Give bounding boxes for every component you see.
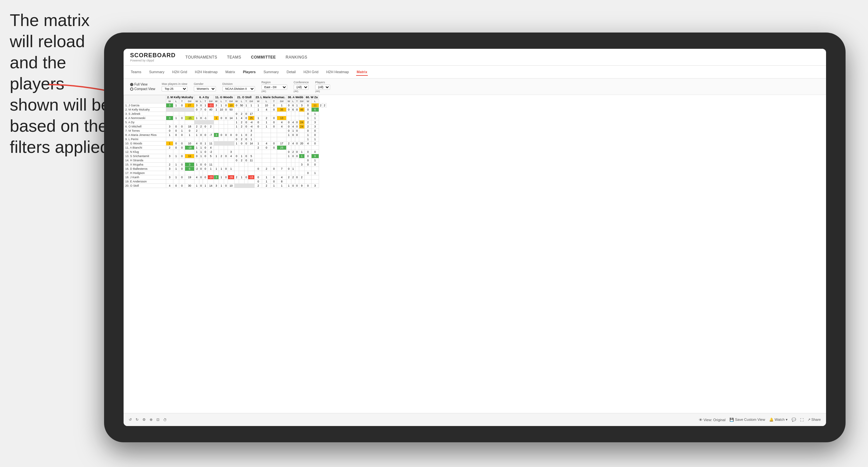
table-row: 12. N Klug 110-2 3 0201 00 (124, 150, 327, 154)
zoom-button[interactable]: ⊕ (150, 417, 153, 422)
max-players-filter: Max players in view Top 25 Top 50 All (162, 82, 187, 91)
table-row: 9. L Perini 0201 11 (124, 137, 327, 142)
sub-w2: W (194, 99, 199, 103)
tab-h2h-grid[interactable]: H2H Grid (172, 69, 188, 76)
sub-dif1: Dif (185, 99, 194, 103)
table-row: 20. O Stoll 40030 10114 31010 2211 1009 … (124, 184, 327, 188)
table-row: 10. G Woods 10010 40111 10014 14017 2402… (124, 142, 327, 146)
conference-select[interactable]: (All) (294, 85, 309, 90)
col-header-dy: 6. A Dy (194, 95, 214, 99)
nav-tournaments[interactable]: TOURNAMENTS (185, 54, 217, 61)
full-view-radio[interactable] (130, 83, 133, 86)
gender-label: Gender (194, 82, 216, 86)
matrix-table: 2. M Kelly Mulcahy 6. A Dy 11. G Woods 2… (124, 95, 327, 188)
nav-teams[interactable]: TEAMS (227, 54, 241, 61)
tab-detail[interactable]: Detail (286, 69, 296, 76)
division-select[interactable]: NCAA Division II NCAA Division I NCAA Di… (222, 86, 255, 91)
save-custom-button[interactable]: 💾 Save Custom View (730, 417, 765, 422)
tab-matrix[interactable]: Matrix (225, 69, 236, 76)
nav-rankings[interactable]: RANKINGS (285, 54, 307, 61)
timer-button[interactable]: ⏱ (163, 418, 167, 422)
table-row: 3. S Jelinek 02017 01 (124, 112, 327, 116)
sub-w3: W (214, 99, 219, 103)
table-row: 1. J Garcia 31027 301-11 31010050 11110 … (124, 103, 327, 107)
tab-teams[interactable]: Teams (130, 69, 142, 76)
tab-h2h-heatmap2[interactable]: H2H Heatmap (326, 69, 350, 76)
tab-summary2[interactable]: Summary (263, 69, 279, 76)
logo-area: SCOREBOARD Powered by clippd (130, 52, 176, 62)
gender-select[interactable]: Women's Men's (194, 86, 216, 91)
table-row: 19. E Andersson 0108 (124, 180, 327, 184)
view-toggle: Full View Compact View (130, 83, 155, 91)
table-row: 8. A Maria Jimenez Rios 1001 100-7 3000 … (124, 133, 327, 137)
sub-l2: L (199, 99, 203, 103)
nav-committee[interactable]: COMMITTEE (251, 54, 276, 61)
table-row: 11. A Bianchi 200-18 1104 20025 (124, 146, 327, 150)
sub-dif2: Dif (208, 99, 214, 103)
table-row: 7. M Torres 0010 2 3 010 00 (124, 129, 327, 133)
annotation-text: The matrix will reload and the players s… (10, 10, 111, 158)
main-content: 2. M Kelly Mulcahy 6. A Dy 11. G Woods 2… (124, 95, 826, 413)
tab-matrix2[interactable]: Matrix (356, 69, 368, 76)
region-select[interactable]: East - DII West - DII Central - DII (261, 85, 287, 90)
redo-button[interactable]: ↻ (135, 417, 138, 422)
tablet-screen: SCOREBOARD Powered by clippd TOURNAMENTS… (124, 49, 826, 426)
settings-button[interactable]: ⚙ (143, 417, 146, 422)
player-col-header (124, 95, 166, 103)
full-view-option[interactable]: Full View (130, 83, 155, 86)
undo-button[interactable]: ↺ (129, 417, 132, 422)
col-header-stoll: 21. O Stoll (234, 95, 254, 99)
sub-w7: W (305, 99, 311, 103)
division-filter: Division NCAA Division II NCAA Division … (222, 82, 255, 91)
matrix-wrapper[interactable]: 2. M Kelly Mulcahy 6. A Dy 11. G Woods 2… (124, 95, 826, 413)
sub-l1: L (173, 99, 179, 103)
sub-t2: T (203, 99, 208, 103)
expand-button[interactable]: ⛶ (800, 418, 804, 422)
sub-t6: T (295, 99, 299, 103)
sub-dif4: Dif (248, 99, 254, 103)
table-row: 17. H Hodgson 01 (124, 171, 327, 175)
sub-l5: L (262, 99, 271, 103)
sub-dif5: Dif (277, 99, 286, 103)
col-header-schumac: 23. L Marie Schumac. (254, 95, 286, 99)
table-row: 6. O Mitchell 30018 2202 120-4 0104 0402… (124, 125, 327, 129)
players-filter: Players (All) (All) (315, 81, 330, 93)
tab-summary[interactable]: Summary (148, 69, 165, 76)
sub-t5: T (271, 99, 277, 103)
compact-view-radio[interactable] (130, 88, 133, 91)
logo-subtitle: Powered by clippd (130, 59, 176, 62)
sub-l7: L (311, 99, 319, 103)
players-select[interactable]: (All) (315, 85, 330, 90)
share-button[interactable]: ↗ Share (807, 417, 821, 422)
logo-title: SCOREBOARD (130, 52, 176, 59)
sub-w6: W (286, 99, 291, 103)
sub-dif6: Dif (299, 99, 305, 103)
sub-nav: Teams Summary H2H Grid H2H Heatmap Matri… (124, 66, 826, 79)
sub-t4: T (244, 99, 248, 103)
tablet-device: SCOREBOARD Powered by clippd TOURNAMENTS… (104, 33, 845, 442)
col-header-webb: 38. A Webb (286, 95, 305, 99)
fit-button[interactable]: ⊡ (156, 417, 159, 422)
col-header-mulcahy: 2. M Kelly Mulcahy (166, 95, 194, 99)
sub-l4: L (239, 99, 244, 103)
table-row: 4. A Nomrowski 310-15 10-1 10014 14025 1… (124, 116, 327, 120)
view-original-button[interactable]: 👁 View: Original (699, 418, 725, 422)
col-header-woods: 11. G Woods (214, 95, 234, 99)
tab-h2h-heatmap[interactable]: H2H Heatmap (194, 69, 218, 76)
top-nav: SCOREBOARD Powered by clippd TOURNAMENTS… (124, 49, 826, 66)
comment-button[interactable]: 💬 (792, 417, 796, 422)
watch-button[interactable]: 🔔 Watch ▾ (769, 417, 788, 422)
sub-l6: L (291, 99, 295, 103)
gender-filter: Gender Women's Men's (194, 82, 216, 91)
compact-view-option[interactable]: Compact View (130, 87, 155, 91)
tab-players[interactable]: Players (242, 69, 256, 76)
bottom-toolbar: ↺ ↻ ⚙ ⊕ ⊡ ⏱ 👁 View: Original 💾 Save Cust… (124, 413, 826, 426)
table-row: 15. X Mcgaha 2103 10011 3 00 (124, 163, 327, 167)
sub-l3: L (219, 99, 224, 103)
max-players-select[interactable]: Top 25 Top 50 All (162, 86, 187, 91)
sub-t3: T (224, 99, 228, 103)
tab-h2h-grid2[interactable]: H2H Grid (303, 69, 319, 76)
filters-bar: Full View Compact View Max players in vi… (124, 79, 826, 95)
col-header-za: 60. W Za (305, 95, 319, 99)
conference-filter: Conference (All) (All) (294, 81, 309, 93)
